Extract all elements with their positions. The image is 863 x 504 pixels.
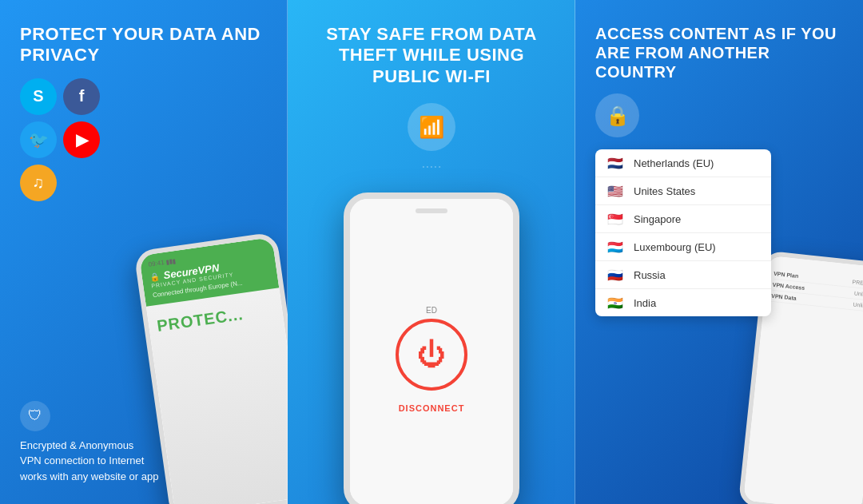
netherlands-flag: 🇳🇱 xyxy=(605,156,626,170)
list-item[interactable]: 🇷🇺 Russia xyxy=(595,261,771,289)
data-label: VPN Data xyxy=(771,293,797,301)
bottom-description: 🛡 Encrypted & AnonymousVPN connection to… xyxy=(20,401,268,485)
skype-icon[interactable]: S xyxy=(20,78,57,115)
twitter-icon[interactable]: 🐦 xyxy=(20,121,57,158)
singapore-label: Singapore xyxy=(634,213,681,225)
india-label: India xyxy=(634,297,656,309)
bottom-text: Encrypted & AnonymousVPN connection to I… xyxy=(20,438,268,485)
left-heading: PROTECT YOUR DATA AND PRIVACY xyxy=(20,24,268,66)
panel-left: PROTECT YOUR DATA AND PRIVACY S f 🐦 ▶ ♫ … xyxy=(0,0,288,504)
list-item[interactable]: 🇮🇳 India xyxy=(595,289,771,316)
country-list: 🇳🇱 Netherlands (EU) 🇺🇸 Unites States 🇸🇬 … xyxy=(595,149,771,316)
power-button[interactable]: ⏻ xyxy=(396,319,467,391)
access-label: VPN Access xyxy=(772,282,805,291)
plan-value: PREMIUM xyxy=(852,279,863,287)
russia-flag: 🇷🇺 xyxy=(605,268,626,282)
us-label: Unites States xyxy=(634,185,695,197)
india-flag: 🇮🇳 xyxy=(605,296,626,310)
music-icon[interactable]: ♫ xyxy=(20,165,57,201)
list-item[interactable]: 🇳🇱 Netherlands (EU) xyxy=(595,149,771,177)
shield-icon: 🛡 xyxy=(20,401,50,431)
panel-middle: STAY SAFE FROM DATA THEFT WHILE USING PU… xyxy=(288,0,575,504)
youtube-icon[interactable]: ▶ xyxy=(63,121,100,158)
wifi-icon: 📶 xyxy=(408,103,455,151)
plan-label: VPN Plan xyxy=(774,271,799,279)
list-item[interactable]: 🇱🇺 Luxembourg (EU) xyxy=(595,233,771,261)
access-value: Unlimited xyxy=(854,291,863,299)
russia-label: Russia xyxy=(634,269,666,281)
netherlands-label: Netherlands (EU) xyxy=(634,157,714,169)
panel-right: // This renders via JS below ACCESS CONT… xyxy=(575,0,863,504)
data-value: Unlimited xyxy=(853,301,863,309)
social-icons-container: S f 🐦 ▶ ♫ xyxy=(20,78,132,201)
list-item[interactable]: 🇺🇸 Unites States xyxy=(595,177,771,205)
middle-heading: STAY SAFE FROM DATA THEFT WHILE USING PU… xyxy=(308,24,555,87)
list-item[interactable]: 🇸🇬 Singapore xyxy=(595,205,771,233)
facebook-icon[interactable]: f xyxy=(63,78,100,115)
us-flag: 🇺🇸 xyxy=(605,184,626,198)
luxembourg-flag: 🇱🇺 xyxy=(605,240,626,254)
singapore-flag: 🇸🇬 xyxy=(605,212,626,226)
luxembourg-label: Luxembourg (EU) xyxy=(634,241,716,253)
power-icon: ⏻ xyxy=(417,338,446,371)
phone-middle-mockup: ED ⏻ DISCONNECT xyxy=(328,177,535,504)
disconnect-label: DISCONNECT xyxy=(399,403,465,413)
